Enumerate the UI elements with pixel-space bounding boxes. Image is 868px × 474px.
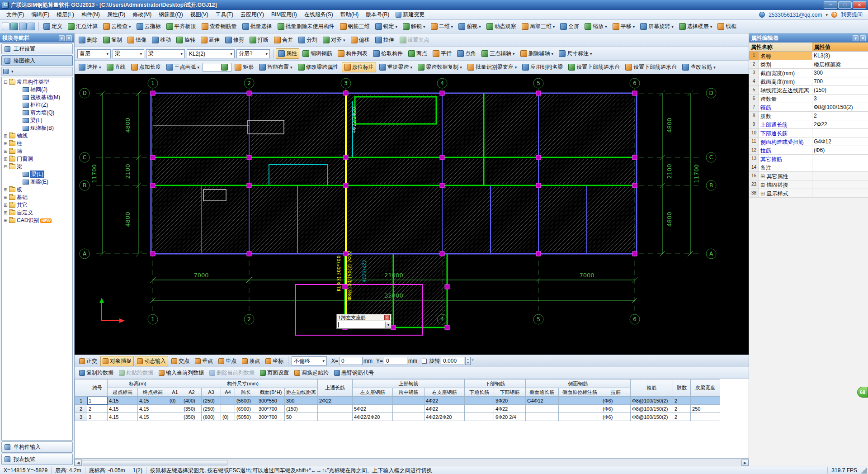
horizontal-scrollbar[interactable] bbox=[75, 459, 749, 466]
close-icon[interactable] bbox=[384, 315, 390, 320]
ask-question-link[interactable]: 我要提问 bbox=[841, 11, 863, 19]
toolbar-button[interactable] bbox=[203, 63, 231, 72]
toolbar-button[interactable]: 批量识别梁支座 bbox=[465, 62, 519, 72]
property-row[interactable]: 5 轴线距梁左边线距离 (150) bbox=[749, 86, 868, 95]
property-row[interactable]: 9 上部通长筋 2Φ22 bbox=[749, 120, 868, 129]
toolbar-button[interactable]: 修剪 bbox=[223, 35, 246, 45]
y-input[interactable]: 0 bbox=[384, 357, 407, 365]
toolbar-button[interactable]: 页面设置 bbox=[258, 368, 291, 378]
dropdown-select[interactable]: 首层 bbox=[77, 49, 111, 58]
snap-toggle-button[interactable]: 对象捕捉 bbox=[100, 356, 134, 366]
menu-item[interactable]: 楼层(L) bbox=[53, 10, 78, 19]
rebar-value-input[interactable] bbox=[336, 321, 392, 329]
toolbar-button[interactable]: 应用到同名梁 bbox=[520, 62, 565, 72]
tree-item[interactable]: 轴网(J) bbox=[2, 86, 72, 94]
property-row[interactable]: 11 侧面构造或受扭筋 G4Φ12 bbox=[749, 137, 868, 146]
tree-item[interactable]: 墙 bbox=[2, 147, 72, 155]
pin-icon[interactable] bbox=[59, 35, 65, 41]
menu-item[interactable]: 文件(F) bbox=[3, 10, 28, 19]
expand-icon[interactable] bbox=[4, 149, 9, 154]
toolbar-button[interactable]: 云检查 bbox=[101, 21, 133, 32]
toolbar-button[interactable]: 查改吊筋 bbox=[680, 62, 718, 72]
table-row[interactable]: 2 2 4.15 4.15 (350) (250) (6900) 300*700… bbox=[75, 405, 720, 413]
spinner-control[interactable]: ▴▾ bbox=[465, 357, 471, 365]
toolbar-button[interactable]: 设置夹点 bbox=[397, 35, 432, 45]
toolbar-button[interactable]: 对齐 bbox=[321, 35, 348, 45]
property-row[interactable]: 2 类别 楼层框架梁 bbox=[749, 60, 868, 69]
toolbar-button[interactable]: 复制 bbox=[101, 35, 124, 45]
toolbar-button[interactable]: 设置上部筋遇承台 bbox=[566, 62, 622, 72]
tree-item[interactable]: 梁(L) bbox=[2, 171, 72, 178]
property-value[interactable] bbox=[812, 189, 868, 197]
toolbar-button[interactable]: 俯视 bbox=[456, 21, 483, 32]
toolbar-button[interactable]: 复制跨数据 bbox=[77, 368, 116, 378]
file-tool-icon[interactable] bbox=[2, 23, 9, 30]
toolbar-button[interactable]: 延伸 bbox=[198, 35, 222, 45]
toolbar-button[interactable]: 汇总计算 bbox=[66, 21, 100, 32]
property-value[interactable] bbox=[812, 155, 868, 163]
menu-item[interactable]: 工具(T) bbox=[212, 10, 237, 19]
toolbar-button[interactable]: 锁定 bbox=[373, 21, 400, 32]
tree-item[interactable]: 自定义 bbox=[2, 209, 72, 217]
project-settings-button[interactable]: 工程设置 bbox=[1, 43, 73, 54]
tree-item[interactable]: 框柱(Z) bbox=[2, 101, 72, 109]
menu-item[interactable]: 修改(M) bbox=[129, 10, 155, 19]
menu-item[interactable]: 属性(D) bbox=[104, 10, 129, 19]
scrollbar-thumb[interactable] bbox=[83, 460, 227, 465]
maximize-button[interactable] bbox=[838, 1, 852, 9]
toolbar-button[interactable]: 打断 bbox=[247, 35, 271, 45]
menu-item[interactable]: 帮助(H) bbox=[337, 10, 363, 19]
property-row[interactable]: 12 拉筋 (Φ6) bbox=[749, 146, 868, 155]
property-row[interactable]: 8 肢数 2 bbox=[749, 112, 868, 120]
table-row[interactable]: 1 1 4.15 4.15 (0) (400) (250) (5600) 300… bbox=[75, 397, 720, 405]
property-value[interactable]: 2 bbox=[812, 112, 868, 120]
tree-item[interactable]: 板 bbox=[2, 186, 72, 194]
drawing-input-button[interactable]: 绘图输入 bbox=[1, 55, 73, 66]
toolbar-button[interactable]: 属性 bbox=[276, 48, 299, 59]
toolbar-button[interactable]: 屏幕旋转 bbox=[638, 21, 676, 32]
toolbar-button[interactable]: 悬臂钢筋代号 bbox=[332, 368, 376, 378]
scroll-left-icon[interactable] bbox=[75, 460, 82, 466]
pin-icon[interactable] bbox=[853, 35, 859, 41]
property-row[interactable]: 4 截面高度(mm) 700 bbox=[749, 77, 868, 86]
expand-icon[interactable] bbox=[4, 187, 9, 192]
property-row[interactable]: 14 备注 bbox=[749, 163, 868, 172]
file-tool-icon[interactable] bbox=[19, 23, 27, 30]
tree-item[interactable]: 基础 bbox=[2, 194, 72, 201]
toolbar-button[interactable]: 调换起始跨 bbox=[292, 368, 331, 378]
toolbar-button[interactable]: 镜像 bbox=[125, 35, 149, 45]
menu-item[interactable]: 版本号(B) bbox=[362, 10, 393, 19]
property-value[interactable]: (Φ6) bbox=[812, 146, 868, 154]
property-value[interactable] bbox=[812, 129, 868, 137]
toolbar-button[interactable]: 修改梁跨属性 bbox=[296, 62, 341, 72]
toolbar-button[interactable]: 旋转 bbox=[174, 35, 198, 45]
property-value[interactable]: 700 bbox=[812, 77, 868, 85]
offset-select[interactable]: 不偏移 bbox=[292, 356, 327, 365]
close-button[interactable] bbox=[853, 1, 866, 9]
property-row[interactable]: 3 截面宽度(mm) 300 bbox=[749, 69, 868, 77]
dropdown-select[interactable]: 分层1 bbox=[236, 49, 270, 58]
dropdown-select[interactable]: 梁 bbox=[113, 49, 144, 58]
expand-icon[interactable] bbox=[4, 218, 9, 223]
toolbar-button[interactable]: 拾取构件 bbox=[371, 48, 405, 59]
toolbar-button[interactable]: 平齐板顶 bbox=[164, 21, 198, 32]
toolbar-button[interactable]: 构件列表 bbox=[335, 48, 370, 59]
toolbar-button[interactable]: 移动 bbox=[150, 35, 173, 45]
expand-icon[interactable] bbox=[4, 80, 9, 85]
property-value[interactable]: 300 bbox=[812, 69, 868, 77]
tree-item[interactable]: CAD识别 NEW bbox=[2, 217, 72, 224]
expand-icon[interactable] bbox=[4, 195, 9, 200]
x-input[interactable]: 0 bbox=[339, 357, 363, 365]
file-tool-icon[interactable] bbox=[28, 23, 35, 30]
property-row[interactable]: 7 箍筋 Φ8@100/150(2) bbox=[749, 103, 868, 112]
toolbar-button[interactable]: 编辑钢筋 bbox=[300, 48, 335, 59]
resize-grip[interactable] bbox=[861, 467, 867, 474]
toolbar-button[interactable]: 钢筋三维 bbox=[338, 21, 372, 32]
toolbar-button[interactable]: 批量选择 bbox=[240, 21, 274, 32]
toolbar-button[interactable]: 拉伸 bbox=[373, 35, 396, 45]
table-row[interactable]: 3 3 4.15 4.15 (350) (600) (0) (5050) 300… bbox=[75, 413, 720, 421]
toolbar-button[interactable]: 偏移 bbox=[349, 35, 372, 45]
rotate-input[interactable]: 0.000 bbox=[441, 357, 464, 365]
close-icon[interactable] bbox=[860, 35, 866, 41]
property-row[interactable]: 38 显示样式 bbox=[749, 189, 868, 198]
